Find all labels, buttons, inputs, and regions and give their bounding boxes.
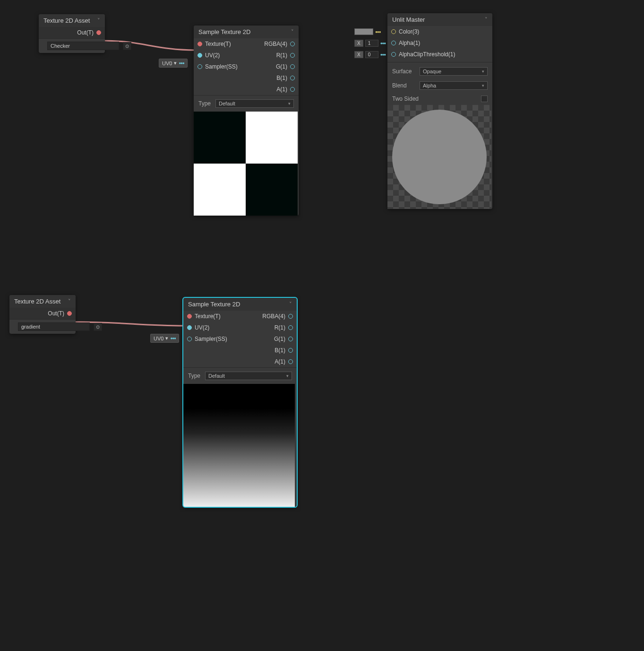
port-rgba: RGBA(4) (262, 313, 285, 320)
type-dropdown[interactable]: Default ▾ (215, 99, 294, 108)
surface-label: Surface (392, 68, 416, 75)
chevron-down-icon: ▾ (482, 83, 484, 88)
port-b: B(1) (276, 75, 287, 81)
node-header[interactable]: Sample Texture 2D ˅ (194, 26, 299, 38)
input-port-icon[interactable] (391, 41, 396, 45)
port-sampler: Sampler(SS) (205, 63, 238, 70)
port-b: B(1) (275, 347, 285, 354)
clip-value-field[interactable]: 0 (365, 51, 378, 58)
node-title: Unlit Master (392, 16, 425, 23)
node-title: Texture 2D Asset (14, 298, 60, 305)
x-badge: X (354, 40, 363, 47)
port-texture: Texture(T) (205, 41, 231, 47)
blend-dropdown[interactable]: Alpha ▾ (420, 81, 488, 90)
output-port-icon[interactable] (288, 359, 293, 364)
output-port-icon[interactable] (288, 337, 293, 341)
output-port-icon[interactable] (67, 311, 72, 316)
texture-asset-field[interactable] (18, 322, 90, 331)
input-port-icon[interactable] (187, 337, 192, 341)
node-preview (183, 384, 295, 507)
node-texture-2d-asset-2[interactable]: Texture 2D Asset ˅ Out(T) ⊙ (9, 295, 76, 334)
x-badge: X (354, 51, 363, 58)
input-port-icon[interactable] (391, 29, 396, 34)
output-port-icon[interactable] (290, 42, 295, 46)
port-out: Out(T) (48, 310, 64, 317)
uv0-pill-2[interactable]: UV0 ▾ ●●● (150, 334, 179, 343)
port-color: Color(3) (399, 28, 419, 35)
port-a: A(1) (276, 86, 287, 93)
chevron-down-icon: ▾ (288, 101, 291, 106)
port-r: R(1) (275, 324, 285, 331)
uv0-pill-1[interactable]: UV0 ▾ ●●● (159, 59, 188, 68)
uv-pill-label: UV0 (154, 336, 163, 341)
input-port-icon[interactable] (187, 314, 192, 319)
object-picker-icon[interactable]: ⊙ (94, 323, 102, 331)
type-label: Type (198, 100, 211, 107)
node-header[interactable]: Texture 2D Asset ˅ (9, 295, 76, 308)
output-port-icon[interactable] (290, 64, 295, 69)
type-label: Type (188, 373, 200, 379)
input-port-icon[interactable] (197, 53, 202, 58)
output-port-icon[interactable] (290, 76, 295, 80)
port-uv: UV(2) (205, 52, 220, 59)
input-port-icon[interactable] (197, 42, 202, 46)
twosided-checkbox[interactable] (481, 95, 488, 102)
chevron-down-icon: ▾ (286, 373, 289, 378)
alpha-value-field[interactable]: 1 (365, 40, 378, 47)
preview-sphere-icon (392, 110, 487, 204)
output-port-icon[interactable] (290, 53, 295, 58)
dropdown-value: Default (208, 373, 225, 379)
chevron-down-icon[interactable]: ˅ (485, 17, 488, 23)
port-alpha: Alpha(1) (399, 40, 420, 46)
output-port-icon[interactable] (290, 87, 295, 92)
port-uv: UV(2) (195, 324, 209, 331)
twosided-label: Two Sided (392, 95, 419, 102)
port-out: Out(T) (77, 29, 94, 36)
port-sampler: Sampler(SS) (195, 336, 227, 342)
node-preview (194, 112, 298, 216)
node-header[interactable]: Texture 2D Asset ˅ (39, 14, 105, 27)
input-port-icon[interactable] (391, 52, 396, 57)
chevron-down-icon[interactable]: ˅ (97, 17, 100, 24)
uv-pill-label: UV0 (162, 61, 172, 66)
color-swatch[interactable] (354, 28, 373, 35)
dropdown-value: Opaque (423, 69, 441, 74)
master-preview (387, 105, 491, 209)
connection-dots: ●●● (380, 52, 386, 57)
connection-dots: ●●● (380, 41, 386, 45)
node-sample-texture-2d-2[interactable]: Sample Texture 2D ˅ Texture(T) RGBA(4) U… (183, 298, 297, 507)
node-sample-texture-2d-1[interactable]: Sample Texture 2D ˅ Texture(T) RGBA(4) U… (194, 26, 299, 216)
node-texture-2d-asset-1[interactable]: Texture 2D Asset ˅ Out(T) ⊙ (39, 14, 105, 53)
port-rgba: RGBA(4) (264, 41, 287, 47)
port-g: G(1) (276, 63, 287, 70)
chevron-down-icon[interactable]: ˅ (289, 301, 292, 307)
port-g: G(1) (274, 336, 285, 342)
type-dropdown[interactable]: Default ▾ (205, 372, 292, 380)
port-alphaclip: AlphaClipThreshold(1) (399, 51, 455, 58)
output-port-icon[interactable] (288, 348, 293, 353)
port-a: A(1) (275, 358, 285, 365)
node-title: Sample Texture 2D (188, 301, 240, 308)
node-title: Sample Texture 2D (198, 28, 250, 35)
output-port-icon[interactable] (96, 30, 101, 35)
dropdown-value: Alpha (423, 83, 436, 88)
node-title: Texture 2D Asset (43, 17, 90, 24)
chevron-down-icon: ▾ (482, 69, 484, 74)
input-port-icon[interactable] (187, 325, 192, 330)
object-picker-icon[interactable]: ⊙ (123, 42, 131, 50)
output-port-icon[interactable] (288, 314, 293, 319)
node-header[interactable]: Sample Texture 2D ˅ (183, 298, 297, 311)
output-port-icon[interactable] (288, 325, 293, 330)
chevron-down-icon[interactable]: ˅ (291, 29, 294, 35)
texture-asset-field[interactable] (47, 42, 119, 50)
port-texture: Texture(T) (195, 313, 221, 320)
input-port-icon[interactable] (197, 64, 202, 69)
surface-dropdown[interactable]: Opaque ▾ (420, 67, 488, 76)
node-unlit-master[interactable]: Unlit Master ˅ ●●● Color(3) X 1 ●●● Alph… (387, 13, 492, 209)
connection-dots: ●●● (170, 336, 176, 340)
chevron-down-icon[interactable]: ˅ (68, 298, 71, 304)
chevron-down-icon: ▾ (174, 60, 177, 66)
connection-dots: ●●● (179, 61, 184, 65)
node-header[interactable]: Unlit Master ˅ (387, 13, 492, 26)
dropdown-value: Default (219, 101, 235, 106)
